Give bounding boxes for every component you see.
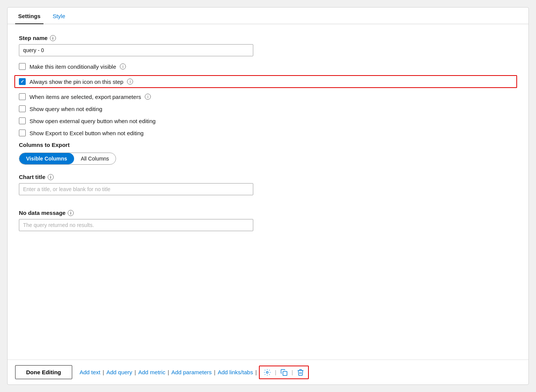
checkbox-row-external-query: Show open external query button when not…	[19, 117, 517, 124]
copy-icon-button[interactable]	[279, 368, 289, 377]
no-data-info-icon[interactable]: i	[68, 210, 74, 216]
sep-1: |	[103, 369, 104, 375]
sep-4: |	[214, 369, 215, 375]
checkbox-external-query[interactable]	[19, 117, 26, 124]
done-editing-button[interactable]: Done Editing	[15, 365, 72, 379]
checkbox-export-excel[interactable]	[19, 130, 26, 136]
sep-3: |	[167, 369, 169, 375]
sep-2: |	[135, 369, 136, 375]
checkbox-external-query-label: Show open external query button when not…	[29, 118, 156, 124]
settings-content: Step name i Make this item conditionally…	[8, 24, 528, 360]
conditional-info-icon[interactable]: i	[120, 63, 126, 69]
svg-point-0	[266, 371, 268, 373]
settings-panel: Settings Style Step name i Make this ite…	[7, 7, 529, 385]
checkbox-row-pin: Always show the pin icon on this step i	[14, 75, 517, 88]
no-data-text: No data message	[19, 210, 65, 216]
toggle-all-columns[interactable]: All Columns	[74, 153, 116, 164]
add-metric-link[interactable]: Add metric	[138, 369, 166, 375]
checkbox-show-query[interactable]	[19, 105, 26, 112]
checkbox-pin-label: Always show the pin icon on this step	[29, 79, 123, 85]
add-links-tabs-link[interactable]: Add links/tabs	[218, 369, 253, 375]
pin-info-icon[interactable]: i	[127, 79, 133, 85]
icon-sep-1: |	[275, 369, 276, 375]
chart-title-input[interactable]	[19, 183, 253, 195]
sep-5: |	[255, 369, 257, 375]
checkbox-conditional[interactable]	[19, 63, 26, 70]
svg-rect-1	[283, 371, 287, 375]
checkbox-row-conditional: Make this item conditionally visible i	[19, 63, 517, 70]
checkbox-export-excel-label: Show Export to Excel button when not edi…	[29, 130, 144, 136]
export-params-info-icon[interactable]: i	[145, 94, 151, 100]
checkbox-row-export-params: When items are selected, export paramete…	[19, 93, 517, 100]
trash-icon-button[interactable]	[295, 368, 306, 377]
checkbox-row-show-query: Show query when not editing	[19, 105, 517, 112]
checkbox-export-params[interactable]	[19, 93, 26, 100]
step-name-info-icon[interactable]: i	[50, 35, 56, 41]
tab-settings[interactable]: Settings	[15, 8, 43, 24]
no-data-section: No data message i	[19, 210, 517, 238]
chart-title-info-icon[interactable]: i	[48, 174, 54, 180]
toggle-visible-columns[interactable]: Visible Columns	[19, 153, 74, 164]
no-data-input[interactable]	[19, 219, 253, 231]
checkbox-export-params-label: When items are selected, export paramete…	[29, 94, 141, 100]
step-name-text: Step name	[19, 35, 48, 41]
add-text-link[interactable]: Add text	[80, 369, 101, 375]
tab-style[interactable]: Style	[50, 8, 68, 24]
chart-title-section: Chart title i	[19, 174, 517, 202]
no-data-label: No data message i	[19, 210, 517, 216]
columns-toggle-group: Visible Columns All Columns	[19, 153, 116, 165]
tabs-bar: Settings Style	[8, 8, 528, 24]
columns-export-section: Columns to Export Visible Columns All Co…	[19, 142, 517, 165]
chart-title-label: Chart title i	[19, 174, 517, 180]
checkbox-conditional-label: Make this item conditionally visible	[29, 63, 116, 70]
footer-bar: Done Editing Add text | Add query | Add …	[8, 360, 528, 384]
columns-export-label: Columns to Export	[19, 142, 517, 148]
add-parameters-link[interactable]: Add parameters	[171, 369, 212, 375]
gear-icon-button[interactable]	[262, 368, 273, 377]
checkbox-row-export-excel: Show Export to Excel button when not edi…	[19, 130, 517, 136]
icon-sep-2: |	[291, 369, 293, 375]
step-name-input[interactable]	[19, 44, 253, 56]
chart-title-text: Chart title	[19, 174, 45, 180]
checkbox-pin[interactable]	[19, 78, 26, 85]
footer-icon-group: | |	[259, 366, 309, 379]
footer-links-area: Add text | Add query | Add metric | Add …	[80, 366, 521, 379]
step-name-label: Step name i	[19, 35, 517, 41]
add-query-link[interactable]: Add query	[106, 369, 132, 375]
checkbox-show-query-label: Show query when not editing	[29, 106, 102, 112]
